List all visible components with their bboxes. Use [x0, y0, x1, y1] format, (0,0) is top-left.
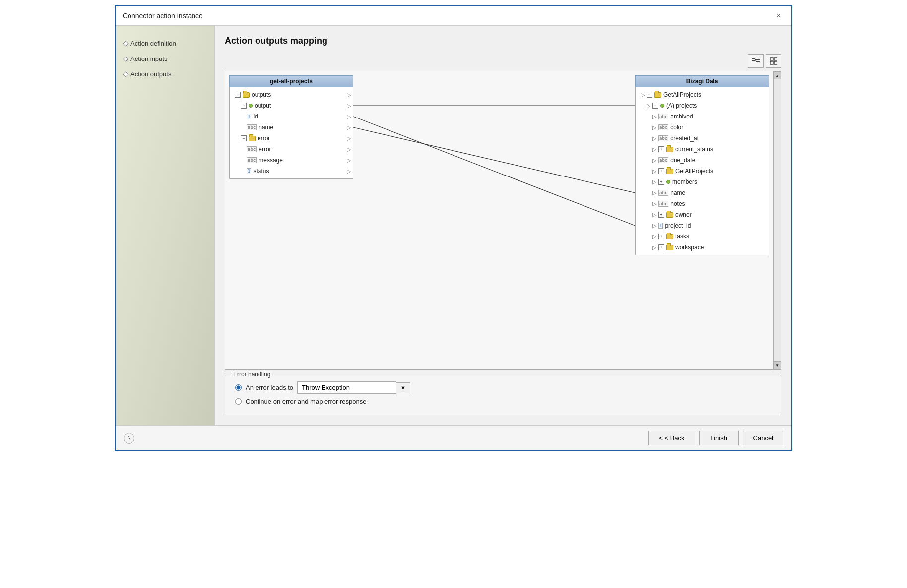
link-icon [660, 104, 664, 108]
tree-label: status [253, 168, 269, 175]
tree-label: GetAllProjects [675, 168, 713, 175]
sidebar: Action definition Action inputs Action o… [116, 26, 215, 425]
throw-exception-dropdown[interactable]: Throw Exception Continue on error [297, 381, 396, 394]
sidebar-item-action-inputs[interactable]: Action inputs [116, 51, 214, 66]
svg-rect-3 [756, 61, 760, 62]
tree-label: output [255, 102, 271, 109]
tree-label: id [253, 113, 258, 120]
right-panel-body: ▷ − GetAllProjects ▷ − [635, 87, 769, 255]
tree-row: abc error ▷ [230, 144, 353, 155]
string-icon: abc [658, 201, 668, 207]
arrow-left-icon: ▷ [652, 179, 656, 185]
arrow-left-icon: ▷ [652, 135, 656, 142]
diamond-icon [123, 71, 128, 77]
expand-icon[interactable]: − [241, 135, 247, 141]
expand-icon[interactable]: − [235, 92, 241, 98]
tree-row: ▷ abc archived [636, 111, 769, 122]
radio-row-1: An error leads to Throw Exception Contin… [235, 381, 771, 394]
tree-label: color [670, 124, 683, 131]
tree-row: − outputs ▷ [230, 89, 353, 100]
page-title: Action outputs mapping [225, 36, 781, 46]
connections-svg [353, 75, 635, 365]
sidebar-item-action-outputs[interactable]: Action outputs [116, 66, 214, 82]
radio-continue-on-error[interactable] [235, 398, 242, 405]
dialog-title: Connector action instance [123, 12, 203, 20]
vertical-scrollbar[interactable]: ▲ ▼ [773, 71, 781, 369]
tree-row: ▷ abc color [636, 122, 769, 133]
svg-line-11 [353, 117, 635, 226]
expand-icon[interactable]: + [658, 146, 664, 152]
left-panel-header: get-all-projects [229, 75, 353, 87]
expand-icon[interactable]: − [241, 103, 247, 109]
radio-error-leads-to[interactable] [235, 384, 242, 391]
tree-row: ▷ abc name [636, 187, 769, 198]
tree-label: GetAllProjects [663, 91, 701, 98]
mapping-toolbar-btn2[interactable] [766, 54, 781, 68]
left-panel-body: − outputs ▷ − output [229, 87, 353, 179]
arrow-left-icon: ▷ [652, 114, 656, 120]
tree-label: notes [670, 200, 685, 207]
string-icon: abc [658, 124, 668, 130]
string-icon: abc [658, 157, 668, 163]
arrow-left-icon: ▷ [652, 212, 656, 218]
cancel-button[interactable]: Cancel [743, 431, 783, 445]
mapping-container: get-all-projects − outputs ▷ [225, 71, 781, 370]
expand-icon[interactable]: + [658, 212, 664, 218]
arrow-left-icon: ▷ [652, 223, 656, 229]
tree-row: 1 status ▷ [230, 166, 353, 176]
tree-row: ▷ abc due_date [636, 155, 769, 166]
radio-label-1: An error leads to [246, 384, 293, 391]
expand-icon[interactable]: − [652, 103, 658, 109]
tree-label: archived [670, 113, 693, 120]
tree-label: due_date [670, 157, 695, 164]
arrow-right-icon: ▷ [347, 135, 351, 142]
expand-icon[interactable]: + [658, 244, 664, 250]
expand-icon[interactable]: + [658, 234, 664, 239]
toolbar-row [225, 54, 781, 68]
int-icon: 1 [247, 114, 251, 119]
main-panel: Action outputs mapping [215, 26, 791, 425]
sidebar-item-action-definition[interactable]: Action definition [116, 36, 214, 51]
expand-icon[interactable]: + [658, 179, 664, 185]
tree-row: − output ▷ [230, 100, 353, 111]
right-tree-panel: Bizagi Data ▷ − GetAllProjects [635, 75, 769, 365]
mapping-toolbar-btn1[interactable] [748, 54, 764, 68]
svg-rect-6 [774, 58, 777, 60]
folder-icon [666, 169, 673, 174]
tree-row: ▷ abc notes [636, 198, 769, 209]
bottom-bar: ? < < Back Finish Cancel [116, 425, 791, 450]
dropdown-arrow-btn[interactable]: ▼ [396, 382, 410, 393]
int-icon: 1 [247, 168, 251, 174]
left-tree-panel: get-all-projects − outputs ▷ [229, 75, 353, 365]
scroll-down-btn[interactable]: ▼ [774, 361, 781, 369]
scroll-up-btn[interactable]: ▲ [774, 71, 781, 79]
folder-icon [243, 92, 250, 98]
expand-icon[interactable]: − [647, 92, 652, 98]
string-icon: abc [247, 157, 257, 163]
back-button[interactable]: < < Back [648, 431, 695, 445]
tree-row: ▷ + GetAllProjects [636, 166, 769, 176]
finish-button[interactable]: Finish [699, 431, 739, 445]
arrow-left-icon: ▷ [641, 92, 645, 98]
string-icon: abc [658, 190, 668, 196]
tree-label: project_id [665, 222, 691, 229]
tree-label: (A) projects [666, 102, 697, 109]
svg-marker-4 [755, 59, 757, 61]
help-button[interactable]: ? [124, 433, 134, 444]
link-icon [666, 180, 670, 184]
arrow-left-icon: ▷ [647, 103, 650, 109]
svg-line-10 [353, 127, 635, 193]
string-icon: abc [247, 124, 257, 130]
content-area: Action definition Action inputs Action o… [116, 26, 791, 425]
right-panel-header: Bizagi Data [635, 75, 769, 87]
close-button[interactable]: × [774, 10, 784, 21]
tree-label: workspace [675, 244, 704, 251]
expand-icon[interactable]: + [658, 168, 664, 174]
tree-label: error [259, 146, 271, 153]
folder-icon [666, 147, 673, 152]
diamond-icon [123, 41, 128, 46]
radio-row-2: Continue on error and map error response [235, 398, 771, 405]
arrow-left-icon: ▷ [652, 146, 656, 153]
tree-row: ▷ 1 project_id [636, 220, 769, 231]
tree-label: message [259, 157, 283, 164]
